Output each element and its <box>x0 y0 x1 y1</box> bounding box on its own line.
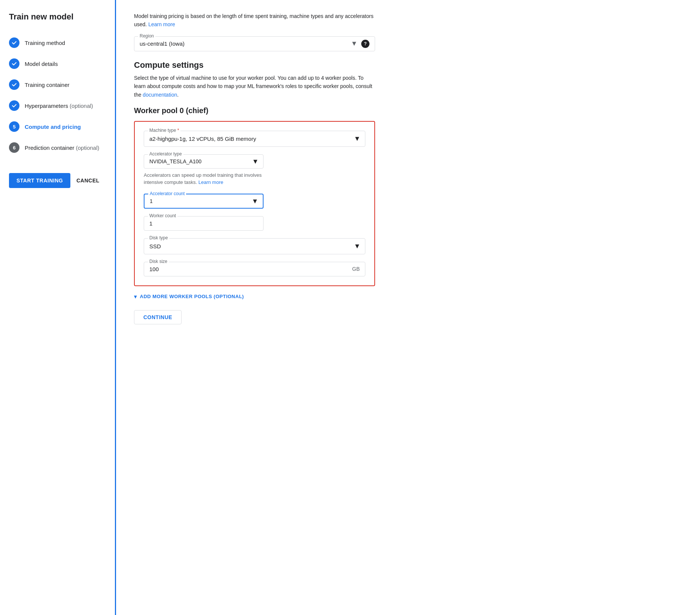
disk-type-dropdown-arrow: ▼ <box>354 242 360 250</box>
accelerator-type-label: Accelerator type <box>148 151 183 157</box>
pricing-learn-more-link[interactable]: Learn more <box>148 21 175 27</box>
disk-size-input-container[interactable]: Disk size GB <box>144 262 365 276</box>
disk-size-suffix: GB <box>352 266 360 272</box>
accelerator-note: Accelerators can speed up model training… <box>144 172 264 186</box>
accelerator-type-value: NVIDIA_TESLA_A100 <box>149 158 201 164</box>
disk-size-field: Disk size GB <box>144 262 365 276</box>
machine-type-label: Machine type <box>148 128 180 133</box>
sidebar-actions: START TRAINING CANCEL <box>9 173 106 188</box>
start-training-button[interactable]: START TRAINING <box>9 173 70 188</box>
disk-type-select[interactable]: Disk type SSD ▼ <box>144 238 365 254</box>
accelerator-count-label: Accelerator count <box>148 191 186 196</box>
worker-count-input-container[interactable]: Worker count <box>144 216 264 231</box>
machine-type-dropdown-arrow: ▼ <box>354 135 360 143</box>
step-label-2: Model details <box>25 61 58 67</box>
step-label-4: Hyperparameters (optional) <box>25 103 93 109</box>
step-icon-2 <box>9 58 19 69</box>
documentation-link[interactable]: documentation <box>143 92 177 98</box>
accelerator-type-dropdown-arrow: ▼ <box>252 157 259 165</box>
region-value: us-central1 (Iowa) <box>140 40 351 47</box>
disk-type-field: Disk type SSD ▼ <box>144 238 365 254</box>
accelerator-learn-more-link[interactable]: Learn more <box>198 179 223 185</box>
machine-type-value: a2-highgpu-1g, 12 vCPUs, 85 GiB memory <box>149 136 350 142</box>
sidebar-step-1[interactable]: Training method <box>9 32 106 53</box>
accelerator-count-value: 1 <box>150 198 153 204</box>
worker-pool-card: Machine type a2-highgpu-1g, 12 vCPUs, 85… <box>134 121 375 286</box>
compute-desc: Select the type of virtual machine to us… <box>134 74 375 99</box>
compute-settings-heading: Compute settings <box>134 60 375 70</box>
region-field-actions: ▼ ? <box>351 40 369 48</box>
disk-size-label: Disk size <box>148 259 169 264</box>
sidebar-step-2[interactable]: Model details <box>9 53 106 74</box>
worker-pool-heading: Worker pool 0 (chief) <box>134 106 375 115</box>
step-icon-3 <box>9 79 19 90</box>
worker-count-field: Worker count <box>144 216 365 231</box>
step-icon-6: 6 <box>9 142 19 153</box>
sidebar-step-3[interactable]: Training container <box>9 74 106 95</box>
chevron-down-icon: ▾ <box>134 294 137 300</box>
machine-type-select[interactable]: Machine type a2-highgpu-1g, 12 vCPUs, 85… <box>144 131 365 147</box>
step-label-6: Prediction container (optional) <box>25 145 99 151</box>
cancel-button[interactable]: CANCEL <box>76 178 99 184</box>
pricing-note: Model training pricing is based on the l… <box>134 12 375 29</box>
worker-count-input[interactable] <box>149 220 258 227</box>
accelerator-count-field: Accelerator count 1 ▼ <box>144 194 365 209</box>
step-icon-1 <box>9 37 19 48</box>
sidebar-step-6[interactable]: 6 Prediction container (optional) <box>9 137 106 158</box>
main-content: Model training pricing is based on the l… <box>116 0 393 615</box>
continue-button[interactable]: CONTINUE <box>134 310 182 324</box>
sidebar-title: Train new model <box>9 12 106 22</box>
disk-size-input[interactable] <box>149 266 346 272</box>
step-icon-5: 5 <box>9 121 19 132</box>
accelerator-count-select[interactable]: Accelerator count 1 ▼ <box>144 194 264 209</box>
accelerator-type-field: Accelerator type NVIDIA_TESLA_A100 ▼ Acc… <box>144 154 365 186</box>
machine-type-field: Machine type a2-highgpu-1g, 12 vCPUs, 85… <box>144 131 365 147</box>
add-worker-pools-button[interactable]: ▾ ADD MORE WORKER POOLS (OPTIONAL) <box>134 294 375 300</box>
step-label-5: Compute and pricing <box>25 124 81 130</box>
sidebar-step-5[interactable]: 5 Compute and pricing <box>9 116 106 137</box>
region-label: Region <box>138 33 155 39</box>
add-worker-pools-label: ADD MORE WORKER POOLS (OPTIONAL) <box>140 294 244 299</box>
disk-type-value: SSD <box>149 243 350 249</box>
region-dropdown-arrow: ▼ <box>351 40 357 48</box>
sidebar-steps: Training method Model details Training c… <box>9 32 106 158</box>
accelerator-type-select[interactable]: Accelerator type NVIDIA_TESLA_A100 ▼ <box>144 154 264 169</box>
step-label-3: Training container <box>25 82 70 88</box>
sidebar: Train new model Training method Model de… <box>0 0 116 615</box>
disk-type-label: Disk type <box>148 235 169 240</box>
step-label-1: Training method <box>25 40 65 46</box>
region-field-group: Region us-central1 (Iowa) ▼ ? <box>134 36 375 51</box>
worker-count-label: Worker count <box>148 213 177 218</box>
accelerator-count-dropdown-arrow: ▼ <box>252 197 258 205</box>
region-select[interactable]: Region us-central1 (Iowa) ▼ ? <box>134 36 375 51</box>
region-help-button[interactable]: ? <box>361 40 369 48</box>
sidebar-step-4[interactable]: Hyperparameters (optional) <box>9 95 106 116</box>
step-icon-4 <box>9 100 19 111</box>
